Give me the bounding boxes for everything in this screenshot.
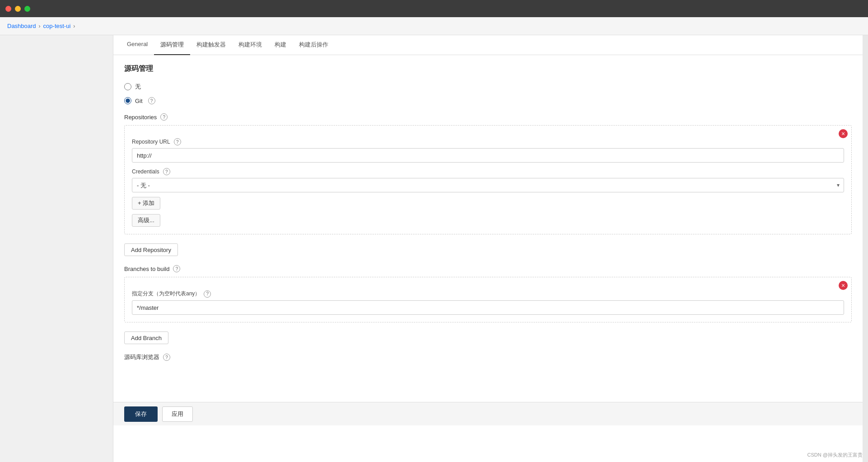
breadcrumb: Dashboard › cop-test-ui › (0, 17, 868, 35)
add-credentials-button[interactable]: + 添加 (132, 197, 160, 210)
traffic-lights (5, 6, 30, 12)
branches-help-icon[interactable]: ? (173, 265, 180, 272)
save-button[interactable]: 保存 (124, 406, 158, 422)
panel-body: 源码管理 无 Git ? (113, 55, 863, 402)
scm-radio-group: 无 Git ? (124, 83, 852, 104)
credentials-label: Credentials ? (132, 168, 844, 175)
credentials-select-wrapper: - 无 - ▾ (132, 178, 844, 192)
breadcrumb-sep-2: › (73, 23, 75, 29)
tab-build-env[interactable]: 构建环境 (232, 35, 268, 55)
footer-bar: 保存 应用 (113, 402, 863, 425)
repo-url-help-icon[interactable]: ? (174, 138, 181, 145)
git-help-icon[interactable]: ? (148, 97, 155, 104)
breadcrumb-project[interactable]: cop-test-ui (43, 23, 71, 29)
radio-none: 无 (124, 83, 852, 91)
repositories-section: Repositories ? × Repository URL ? (124, 113, 852, 256)
breadcrumb-sep-1: › (39, 23, 41, 29)
branches-section: Branches to build ? × 指定分支（为空时代表any） ? A… (124, 265, 852, 344)
radio-git: Git ? (124, 97, 852, 104)
tab-source-management[interactable]: 源码管理 (154, 35, 190, 55)
content-area: General 源码管理 构建触发器 构建环境 构建 构建后操作 源码管理 无 (0, 35, 868, 462)
add-repository-button[interactable]: Add Repository (124, 243, 178, 256)
radio-none-input[interactable] (124, 83, 131, 90)
tab-post-build[interactable]: 构建后操作 (293, 35, 335, 55)
remove-repo-button[interactable]: × (839, 129, 848, 138)
branch-card: × 指定分支（为空时代表any） ? (124, 277, 852, 322)
apply-button[interactable]: 应用 (162, 406, 193, 422)
advanced-button[interactable]: 高级... (132, 214, 160, 227)
minimize-button[interactable] (15, 6, 21, 12)
sidebar (0, 35, 113, 462)
branch-specifier-label: 指定分支（为空时代表any） ? (132, 290, 844, 298)
branch-specifier-help-icon[interactable]: ? (204, 290, 211, 298)
branch-specifier-input[interactable] (132, 300, 844, 315)
source-browser-help-icon[interactable]: ? (163, 354, 170, 361)
source-browser-label: 源码库浏览器 ? (124, 353, 852, 361)
repositories-label: Repositories ? (124, 113, 852, 121)
main-content: Dashboard › cop-test-ui › General 源码管理 构… (0, 17, 868, 462)
tab-build[interactable]: 构建 (268, 35, 293, 55)
add-branch-button[interactable]: Add Branch (124, 331, 168, 344)
repo-url-label: Repository URL ? (132, 138, 844, 145)
source-browser-section: 源码库浏览器 ? (124, 353, 852, 361)
tab-build-triggers[interactable]: 构建触发器 (190, 35, 232, 55)
repositories-help-icon[interactable]: ? (160, 113, 168, 121)
watermark: CSDN @掉头发的王富贵 (807, 452, 863, 458)
credentials-select[interactable]: - 无 - (132, 178, 844, 192)
radio-git-label: Git (135, 98, 143, 104)
radio-git-input[interactable] (124, 97, 131, 104)
tabs-bar: General 源码管理 构建触发器 构建环境 构建 构建后操作 (113, 35, 863, 55)
radio-none-label: 无 (135, 83, 141, 91)
repository-card: × Repository URL ? Credentials ? (124, 125, 852, 234)
branches-label: Branches to build ? (124, 265, 852, 272)
page-title: 源码管理 (124, 64, 852, 74)
breadcrumb-dashboard[interactable]: Dashboard (7, 23, 36, 29)
right-scrollbar[interactable] (863, 35, 868, 462)
tab-general[interactable]: General (121, 35, 154, 55)
main-panel: General 源码管理 构建触发器 构建环境 构建 构建后操作 源码管理 无 (113, 35, 863, 462)
maximize-button[interactable] (24, 6, 30, 12)
repository-url-input[interactable] (132, 148, 844, 163)
titlebar (0, 0, 868, 17)
credentials-help-icon[interactable]: ? (163, 168, 170, 175)
remove-branch-button[interactable]: × (839, 281, 848, 290)
close-button[interactable] (5, 6, 11, 12)
